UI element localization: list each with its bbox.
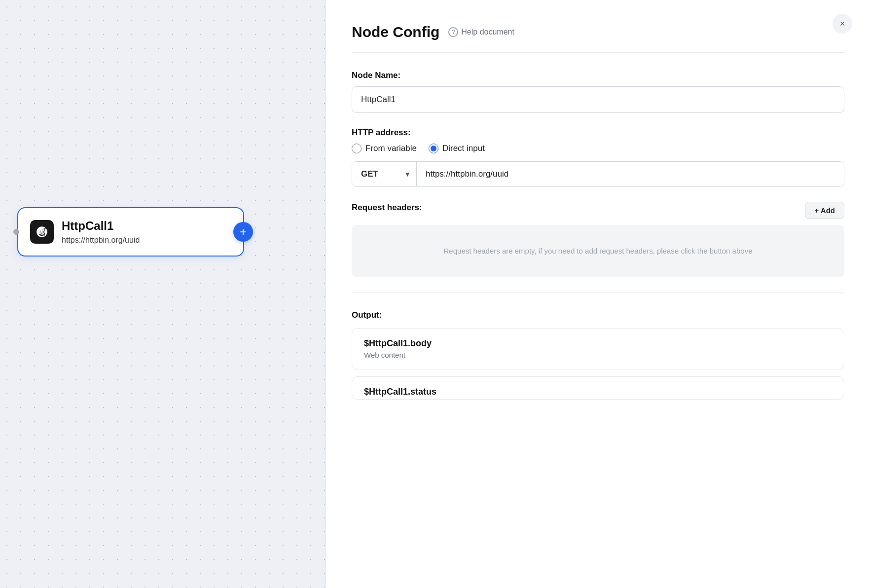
method-select-wrap: GET POST PUT DELETE PATCH ▼ [352, 162, 417, 186]
add-header-button[interactable]: + Add [805, 202, 844, 219]
headers-header: Request headers: + Add [352, 202, 844, 219]
radio-from-variable-label: From variable [365, 144, 417, 153]
output-section: Output: $HttpCall1.body Web content $Htt… [352, 310, 844, 400]
panel-header: Node Config ? Help document [352, 24, 844, 40]
node-card: HttpCall1 https://httpbin.org/uuid + [17, 207, 244, 257]
output-body-title: $HttpCall1.body [364, 338, 832, 349]
output-card-body: $HttpCall1.body Web content [352, 328, 844, 369]
node-add-button[interactable]: + [233, 222, 253, 242]
panel-title: Node Config [352, 24, 439, 40]
section-divider [352, 292, 844, 293]
output-status-title: $HttpCall1.status [364, 387, 832, 397]
output-body-desc: Web content [364, 351, 832, 359]
help-link[interactable]: ? Help document [448, 27, 514, 37]
close-button[interactable]: × [833, 14, 852, 34]
http-address-section: HTTP address: From variable Direct input… [352, 128, 844, 187]
request-headers-label: Request headers: [352, 203, 422, 213]
url-input[interactable] [417, 162, 844, 186]
radio-group: From variable Direct input [352, 144, 844, 153]
globe-icon [30, 220, 54, 244]
node-title: HttpCall1 [62, 219, 231, 233]
node-connector-left [13, 229, 19, 235]
help-icon: ? [448, 27, 458, 37]
node-url: https://httpbin.org/uuid [62, 236, 231, 245]
request-headers-section: Request headers: + Add Request headers a… [352, 202, 844, 277]
node-content: HttpCall1 https://httpbin.org/uuid [62, 219, 231, 245]
http-address-label: HTTP address: [352, 128, 844, 138]
radio-from-variable[interactable]: From variable [352, 144, 417, 153]
method-select[interactable]: GET POST PUT DELETE PATCH [352, 162, 417, 186]
radio-direct-input-input[interactable] [429, 144, 438, 153]
node-name-section: Node Name: [352, 71, 844, 113]
headers-empty-message: Request headers are empty, if you need t… [352, 225, 844, 277]
help-link-label: Help document [461, 28, 514, 37]
http-row: GET POST PUT DELETE PATCH ▼ [352, 161, 844, 187]
header-divider [352, 52, 844, 53]
canvas-area: HttpCall1 https://httpbin.org/uuid + [0, 0, 326, 588]
node-name-input[interactable] [352, 86, 844, 113]
radio-from-variable-input[interactable] [352, 144, 362, 153]
radio-direct-input[interactable]: Direct input [429, 144, 485, 153]
right-panel: × Node Config ? Help document Node Name:… [326, 0, 870, 588]
output-card-status: $HttpCall1.status [352, 376, 844, 400]
output-label: Output: [352, 310, 844, 320]
radio-direct-input-label: Direct input [442, 144, 485, 153]
node-name-label: Node Name: [352, 71, 844, 80]
